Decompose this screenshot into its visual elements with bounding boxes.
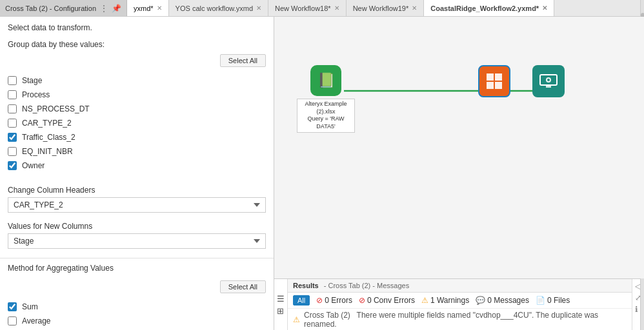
aggregation-checkbox-list: Sum Average Count (All Nulls) [0, 298, 274, 330]
checkbox-ns-process-dt: NS_PROCESS_DT [8, 102, 266, 116]
errors-status: ⊘ 0 Errors [316, 296, 352, 305]
results-title: Results [293, 282, 319, 289]
checkbox-process-label: Process [22, 90, 50, 99]
checkbox-car-type-2: CAR_TYPE_2 [8, 116, 266, 130]
input-node-label: Alteryx Example (2).xlsxQuery = 'RAW DAT… [297, 99, 355, 133]
checkbox-car-type-2-input[interactable] [8, 119, 17, 128]
svg-rect-1 [495, 73, 502, 81]
messages-status: 💬 0 Messages [476, 296, 529, 305]
cross-tab-node-icon [478, 65, 510, 97]
tab-coastalridge[interactable]: CoastalRidge_Workflow2.yxmd* ✕ [424, 0, 554, 16]
new-columns-select[interactable]: Stage Process NS_PROCESS_DT CAR_TYPE_2 [8, 233, 266, 249]
checkbox-average: Average [8, 314, 266, 328]
select-all-top-row: Select All [0, 52, 274, 70]
checkbox-stage-input[interactable] [8, 76, 17, 85]
results-message-row: ⚠ Cross Tab (2) There were multiple fiel… [288, 309, 632, 330]
conv-error-icon: ⊘ [359, 296, 365, 305]
close-icon[interactable]: ✕ [542, 5, 547, 12]
checkbox-car-type-2-label: CAR_TYPE_2 [22, 119, 72, 128]
browse-svg [539, 74, 558, 88]
warning-icon: ⚠ [421, 296, 428, 305]
cross-tab-node[interactable] [478, 65, 510, 97]
checkbox-ns-process-dt-input[interactable] [8, 104, 17, 113]
tab-new-workflow18[interactable]: New Workflow18* ✕ [268, 0, 347, 16]
results-content: ☰ ⊞ Results - Cross Tab (2) - Messages A… [274, 279, 644, 330]
aggregation-label: Method for Aggregating Values [8, 264, 266, 273]
checkbox-owner-input[interactable] [8, 161, 17, 170]
browse-node-icon [532, 65, 565, 97]
input-node-icon: 📗 [310, 65, 341, 96]
group-label: Group data by these values: [0, 36, 274, 52]
svg-rect-7 [546, 86, 551, 88]
panel-title: Cross Tab (2) - Configuration [5, 5, 96, 12]
checkbox-process: Process [8, 88, 266, 102]
list-view-icon[interactable]: ☰ [277, 294, 285, 304]
checkbox-eq-init-nbr-input[interactable] [8, 147, 17, 156]
group-checkbox-list: Stage Process NS_PROCESS_DT CAR_TYPE_2 T… [0, 72, 274, 174]
svg-rect-3 [495, 82, 502, 89]
checkbox-stage-label: Stage [22, 76, 42, 85]
browse-node[interactable] [532, 65, 565, 97]
messages-count: 0 Messages [487, 296, 529, 305]
tab-label: New Workflow18* [275, 5, 331, 12]
close-icon[interactable]: ✕ [412, 5, 417, 12]
all-filter-button[interactable]: All [293, 295, 310, 306]
svg-rect-2 [487, 82, 494, 89]
files-status: 📄 0 Files [536, 296, 570, 305]
conv-errors-count: 0 Conv Errors [367, 296, 415, 305]
conv-errors-status: ⊘ 0 Conv Errors [359, 296, 415, 305]
main-area: Select data to transform. Group data by … [0, 17, 644, 330]
tab-yos-calc[interactable]: YOS calc workflow.yxmd ✕ [169, 0, 268, 16]
aggregation-section: Method for Aggregating Values [0, 258, 274, 278]
canvas-area[interactable]: 📗 Alteryx Example (2).xlsxQuery = 'RAW D… [274, 17, 644, 278]
checkbox-average-input[interactable] [8, 316, 17, 325]
checkbox-traffic-class-2-input[interactable] [8, 133, 17, 142]
files-count: 0 Files [547, 296, 570, 305]
checkbox-stage: Stage [8, 73, 266, 88]
checkbox-traffic-class-2-label: Traffic_Class_2 [22, 133, 75, 142]
warnings-status: ⚠ 1 Warnings [421, 296, 469, 305]
results-left-icons: ☰ ⊞ [274, 279, 288, 330]
cross-tab-svg [486, 73, 503, 90]
results-subtitle: - Cross Tab (2) - Messages [324, 282, 409, 289]
tab-label: YOS calc workflow.yxmd [176, 5, 253, 12]
tab-new-workflow19[interactable]: New Workflow19* ✕ [347, 0, 425, 16]
grid-view-icon[interactable]: ⊞ [277, 306, 285, 316]
close-icon[interactable]: ✕ [256, 5, 261, 12]
errors-count: 0 Errors [325, 296, 352, 305]
checkbox-owner-label: Owner [22, 161, 45, 170]
new-columns-label: Values for New Columns [8, 222, 266, 231]
message-icon: 💬 [476, 296, 485, 305]
new-columns-section: Values for New Columns Stage Process NS_… [0, 217, 274, 253]
tab-label: New Workflow19* [353, 5, 409, 12]
column-headers-select[interactable]: CAR_TYPE_2 Stage Process NS_PROCESS_DT [8, 197, 266, 213]
menu-icon[interactable]: ⋮ [100, 4, 108, 13]
results-header: Results - Cross Tab (2) - Messages [288, 279, 632, 293]
tab-label: CoastalRidge_Workflow2.yxmd* [430, 5, 539, 12]
instruction-text: Select data to transform. [0, 17, 274, 36]
close-icon[interactable]: ✕ [334, 5, 339, 12]
checkbox-sum-input[interactable] [8, 302, 17, 311]
checkbox-ns-process-dt-label: NS_PROCESS_DT [22, 104, 90, 113]
column-headers-label: Change Column Headers [8, 186, 266, 195]
select-all-top-button[interactable]: Select All [220, 54, 266, 67]
workflow-panel: 📗 Alteryx Example (2).xlsxQuery = 'RAW D… [274, 17, 644, 330]
results-message-text: Cross Tab (2) There were multiple fields… [304, 311, 627, 329]
tab-bar: Cross Tab (2) - Configuration ⋮ 📌 yxmd* … [0, 0, 644, 17]
file-icon: 📄 [536, 296, 545, 305]
checkbox-traffic-class-2: Traffic_Class_2 [8, 130, 266, 144]
select-all-bottom-button[interactable]: Select All [220, 280, 266, 293]
checkbox-eq-init-nbr: EQ_INIT_NBR [8, 144, 266, 159]
close-icon[interactable]: ✕ [157, 5, 162, 12]
results-toolbar: All ⊘ 0 Errors ⊘ 0 Conv Errors ⚠ 1 Warni… [288, 293, 632, 309]
checkbox-process-input[interactable] [8, 90, 17, 99]
pin-icon[interactable]: 📌 [112, 4, 121, 13]
select-all-bottom-row: Select All [0, 278, 274, 296]
warnings-count: 1 Warnings [430, 296, 469, 305]
tab-label: yxmd* [134, 5, 154, 12]
tab-yxmd[interactable]: yxmd* ✕ [127, 0, 169, 16]
input-node[interactable]: 📗 Alteryx Example (2).xlsxQuery = 'RAW D… [297, 65, 355, 133]
results-warning-icon: ⚠ [293, 315, 300, 324]
config-panel: Select data to transform. Group data by … [0, 17, 274, 330]
panel-header-area: Cross Tab (2) - Configuration ⋮ 📌 [0, 0, 127, 16]
